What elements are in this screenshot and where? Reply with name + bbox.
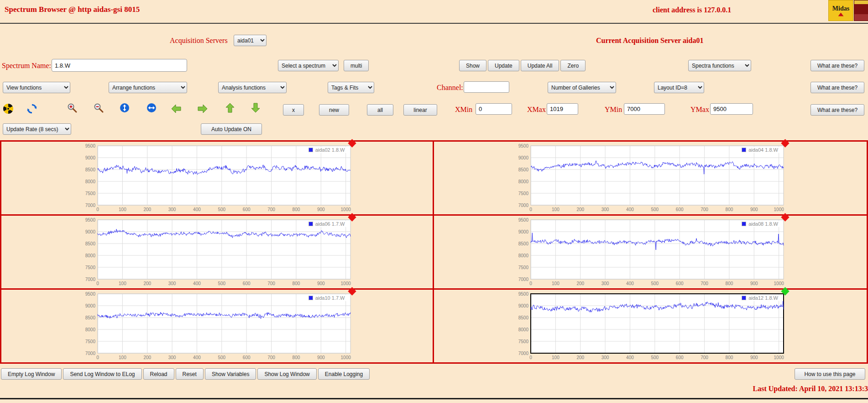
empty-log-window-button[interactable]: Empty Log Window — [1, 368, 62, 380]
radiation-icon[interactable] — [3, 103, 14, 114]
svg-text:500: 500 — [218, 355, 225, 360]
chart-plot: 7000750080008500900095000100200300400500… — [80, 292, 354, 361]
svg-text:1000: 1000 — [340, 281, 351, 286]
svg-text:9000: 9000 — [518, 155, 529, 160]
arrow-up-icon[interactable] — [225, 102, 235, 113]
svg-text:8500: 8500 — [85, 167, 95, 172]
update-button[interactable]: Update — [488, 60, 519, 71]
what-are-these-button-3[interactable]: What are these? — [810, 104, 864, 116]
reset-button[interactable]: Reset — [176, 368, 204, 380]
select-spectrum-dropdown[interactable]: Select a spectrum — [278, 60, 339, 71]
spectrum-chart-selected[interactable]: 7000750080008500900095000100200300400500… — [513, 292, 787, 361]
enable-logging-button[interactable]: Enable Logging — [318, 368, 370, 380]
svg-text:100: 100 — [552, 355, 559, 360]
svg-text:800: 800 — [292, 355, 300, 360]
spectrum-chart[interactable]: 7000750080008500900095000100200300400500… — [513, 217, 787, 287]
spectrum-name-input[interactable] — [52, 59, 187, 72]
svg-text:200: 200 — [143, 281, 151, 286]
layout-id-dropdown[interactable]: Layout ID=8 — [654, 82, 704, 93]
svg-text:1000: 1000 — [340, 207, 351, 212]
all-button[interactable]: all — [367, 104, 393, 116]
svg-text:7000: 7000 — [518, 202, 529, 207]
spectra-functions-dropdown[interactable]: Spectra functions — [688, 60, 751, 71]
spectrum-chart[interactable]: 7000750080008500900095000100200300400500… — [80, 143, 354, 213]
svg-text:9000: 9000 — [85, 303, 95, 308]
arrow-right-icon[interactable] — [197, 103, 208, 114]
chart-legend: aida08 1.8.W — [740, 221, 780, 227]
multi-button[interactable]: multi — [344, 60, 369, 71]
bottom-divider — [0, 398, 868, 399]
update-rate-dropdown[interactable]: Update Rate (8 secs) — [3, 123, 71, 135]
svg-text:0: 0 — [96, 281, 99, 286]
show-variables-button[interactable]: Show Variables — [205, 368, 256, 380]
chart-legend: aida12 1.8.W — [740, 295, 780, 301]
svg-text:700: 700 — [701, 281, 708, 286]
spectrum-panel: 7000750080008500900095000100200300400500… — [0, 142, 434, 216]
svg-text:7500: 7500 — [518, 191, 529, 196]
expand-vertical-icon[interactable] — [119, 102, 130, 113]
zero-button[interactable]: Zero — [560, 60, 586, 71]
current-server-text: Current Acquisition Server aida01 — [596, 37, 703, 45]
svg-text:400: 400 — [193, 281, 201, 286]
tags-fits-dropdown[interactable]: Tags & Fits — [328, 82, 374, 93]
svg-text:200: 200 — [143, 207, 151, 212]
spectrum-chart[interactable]: 7000750080008500900095000100200300400500… — [80, 292, 354, 361]
what-are-these-button-2[interactable]: What are these? — [810, 82, 864, 93]
svg-text:9500: 9500 — [85, 143, 95, 148]
svg-text:600: 600 — [676, 281, 684, 286]
ymin-input[interactable] — [624, 103, 665, 115]
arrange-functions-dropdown[interactable]: Arrange functions — [109, 82, 187, 93]
legend-label: aida02 1.8.W — [315, 147, 345, 153]
arrow-down-icon[interactable] — [250, 102, 261, 113]
spectrum-chart[interactable]: 7000750080008500900095000100200300400500… — [80, 217, 354, 287]
svg-text:600: 600 — [242, 281, 250, 286]
ymax-input[interactable] — [710, 103, 753, 115]
svg-text:0: 0 — [529, 281, 532, 286]
what-are-these-button-1[interactable]: What are these? — [810, 60, 864, 71]
svg-text:7500: 7500 — [85, 339, 95, 344]
channel-input[interactable] — [464, 81, 509, 93]
xmax-label: XMax — [527, 106, 546, 114]
svg-text:700: 700 — [701, 207, 708, 212]
new-button[interactable]: new — [319, 104, 349, 116]
chart-legend: aida06 1.7.W — [307, 221, 347, 227]
view-functions-dropdown[interactable]: View functions — [3, 82, 70, 93]
acquisition-server-select[interactable]: aida01 — [234, 35, 267, 46]
svg-text:1000: 1000 — [774, 281, 784, 286]
zoom-out-icon[interactable] — [93, 102, 104, 113]
svg-text:7500: 7500 — [85, 191, 95, 196]
reload-button[interactable]: Reload — [143, 368, 174, 380]
svg-text:700: 700 — [267, 281, 275, 286]
analysis-functions-dropdown[interactable]: Analysis functions — [218, 82, 287, 93]
arrow-left-icon[interactable] — [171, 103, 182, 114]
number-of-galleries-dropdown[interactable]: Number of Galleries — [548, 82, 616, 93]
chart-plot: 7000750080008500900095000100200300400500… — [513, 217, 787, 287]
auto-update-button[interactable]: Auto Update ON — [201, 123, 262, 135]
chart-legend: aida02 1.8.W — [307, 147, 347, 153]
gallery-grid: 7000750080008500900095000100200300400500… — [0, 140, 868, 364]
secondary-logo — [854, 0, 868, 21]
xmax-input[interactable] — [547, 103, 578, 115]
svg-text:8500: 8500 — [85, 241, 95, 246]
xmin-input[interactable] — [476, 103, 512, 115]
update-all-button[interactable]: Update All — [521, 60, 559, 71]
x-button[interactable]: x — [283, 104, 304, 116]
show-log-window-button[interactable]: Show Log Window — [257, 368, 316, 380]
svg-text:9000: 9000 — [85, 229, 95, 234]
spectrum-panel: 7000750080008500900095000100200300400500… — [0, 216, 434, 290]
spectrum-chart[interactable]: 7000750080008500900095000100200300400500… — [513, 143, 787, 213]
svg-text:9500: 9500 — [518, 292, 529, 297]
linear-button[interactable]: linear — [403, 104, 437, 116]
expand-horizontal-icon[interactable] — [146, 102, 157, 113]
legend-label: aida08 1.8.W — [748, 221, 778, 227]
svg-text:200: 200 — [576, 281, 584, 286]
chart-plot: 7000750080008500900095000100200300400500… — [80, 143, 354, 213]
svg-text:500: 500 — [651, 355, 659, 360]
zoom-in-icon[interactable] — [67, 102, 78, 113]
how-to-use-button[interactable]: How to use this page — [795, 368, 865, 380]
refresh-icon[interactable] — [26, 103, 37, 114]
svg-text:900: 900 — [750, 281, 758, 286]
show-button[interactable]: Show — [459, 60, 486, 71]
send-log-to-elog-button[interactable]: Send Log Window to ELog — [63, 368, 141, 380]
ymax-label: YMax — [690, 106, 709, 114]
